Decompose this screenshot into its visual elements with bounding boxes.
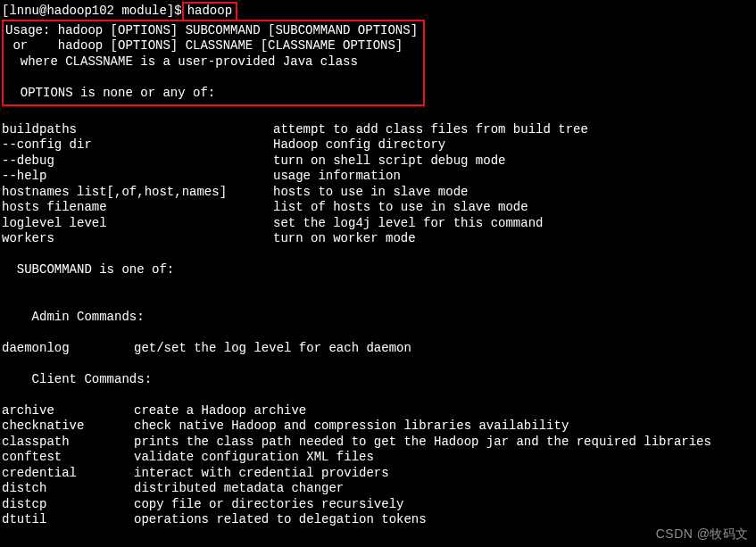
option-desc: turn on worker mode — [273, 231, 416, 247]
option-name: --help — [2, 169, 273, 185]
client-commands-list: archivecreate a Hadoop archivechecknativ… — [2, 403, 754, 528]
option-row: hosts filenamelist of hosts to use in sl… — [2, 200, 754, 216]
option-desc: turn on shell script debug mode — [273, 153, 505, 170]
admin-commands-list: daemonlogget/set the log level for each … — [2, 341, 754, 357]
option-row: --config dirHadoop config directory — [2, 137, 754, 153]
blank-line — [2, 294, 754, 310]
command-row: daemonlogget/set the log level for each … — [2, 341, 754, 357]
usage-highlight: Usage: hadoop [OPTIONS] SUBCOMMAND [SUBC… — [2, 20, 425, 107]
blank-line — [2, 325, 754, 341]
command-name: dtutil — [2, 512, 134, 528]
option-name: buildpaths — [2, 122, 273, 138]
option-name: hostnames list[,of,host,names] — [2, 185, 273, 201]
command-name: distch — [2, 481, 134, 497]
command-desc: interact with credential providers — [134, 466, 389, 482]
command-name: distcp — [2, 497, 134, 513]
command-row: archivecreate a Hadoop archive — [2, 403, 754, 419]
option-name: workers — [2, 231, 273, 247]
option-desc: hosts to use in slave mode — [273, 185, 468, 201]
command-desc: validate configuration XML files — [134, 450, 374, 466]
command-row: classpathprints the class path needed to… — [2, 435, 754, 451]
option-name: --debug — [2, 153, 273, 170]
command-row: distcpcopy file or directories recursive… — [2, 497, 754, 513]
usage-line: OPTIONS is none or any of: — [5, 86, 215, 100]
command-desc: create a Hadoop archive — [134, 403, 306, 419]
option-desc: usage information — [273, 169, 401, 185]
option-desc: attempt to add class files from build tr… — [273, 122, 588, 138]
option-row: buildpathsattempt to add class files fro… — [2, 122, 754, 138]
option-row: workersturn on worker mode — [2, 231, 754, 247]
option-name: hosts filename — [2, 200, 273, 216]
option-row: --helpusage information — [2, 169, 754, 185]
shell-prompt: [lnnu@hadoop102 module]$ — [2, 4, 182, 18]
usage-line: where CLASSNAME is a user-provided Java … — [5, 54, 358, 69]
blank-line — [2, 387, 754, 403]
option-row: hostnames list[,of,host,names]hosts to u… — [2, 185, 754, 201]
usage-line: Usage: hadoop [OPTIONS] SUBCOMMAND [SUBC… — [5, 23, 418, 37]
command-name: archive — [2, 403, 134, 419]
option-desc: set the log4j level for this command — [273, 216, 543, 232]
option-name: --config dir — [2, 137, 273, 153]
option-row: loglevel levelset the log4j level for th… — [2, 216, 754, 232]
command-name: credential — [2, 466, 134, 482]
command-row: conftestvalidate configuration XML files — [2, 450, 754, 466]
command-desc: copy file or directories recursively — [134, 497, 403, 513]
usage-line: or hadoop [OPTIONS] CLASSNAME [CLASSNAME… — [5, 38, 403, 53]
option-name: loglevel level — [2, 216, 273, 232]
command-name: checknative — [2, 419, 134, 435]
command-row: credentialinteract with credential provi… — [2, 466, 754, 482]
command-row: dtutiloperations related to delegation t… — [2, 512, 754, 528]
blank-line — [2, 356, 754, 372]
admin-commands-header: Admin Commands: — [2, 310, 754, 326]
command-name: daemonlog — [2, 341, 134, 357]
command-desc: operations related to delegation tokens — [134, 512, 427, 528]
command-name: conftest — [2, 450, 134, 466]
command-row: checknativecheck native Hadoop and compr… — [2, 419, 754, 435]
subcommand-header: SUBCOMMAND is one of: — [2, 262, 754, 278]
command-desc: prints the class path needed to get the … — [134, 435, 711, 451]
blank-line — [2, 247, 754, 263]
blank-line — [2, 106, 754, 122]
option-desc: list of hosts to use in slave mode — [273, 200, 528, 216]
option-desc: Hadoop config directory — [273, 137, 445, 153]
options-list: buildpathsattempt to add class files fro… — [2, 122, 754, 247]
command-highlight: hadoop — [182, 2, 237, 21]
command-desc: check native Hadoop and compression libr… — [134, 419, 569, 435]
option-row: --debugturn on shell script debug mode — [2, 153, 754, 170]
watermark-text: CSDN @牧码文 — [656, 526, 749, 543]
command-row: distchdistributed metadata changer — [2, 481, 754, 497]
usage-blank — [5, 70, 12, 84]
command-desc: distributed metadata changer — [134, 481, 344, 497]
terminal-prompt-line[interactable]: [lnnu@hadoop102 module]$ hadoop — [2, 2, 237, 21]
client-commands-header: Client Commands: — [2, 372, 754, 388]
blank-line — [2, 278, 754, 294]
command-desc: get/set the log level for each daemon — [134, 341, 411, 357]
command-name: classpath — [2, 435, 134, 451]
